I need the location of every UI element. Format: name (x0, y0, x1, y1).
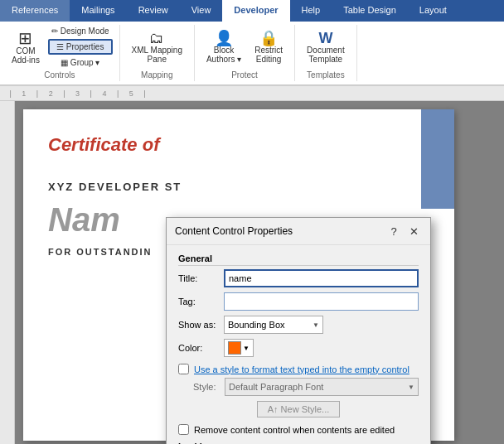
document-template-button[interactable]: W Document Template (302, 28, 350, 66)
templates-items: W Document Template (302, 25, 350, 69)
xml-mapping-label: XML Mapping (132, 46, 182, 55)
show-as-label: Show as: (178, 320, 224, 330)
ribbon-group-templates: W Document Template Templates (295, 25, 357, 81)
group-label: ▦ Group ▾ (61, 58, 99, 67)
templates-group-label: Templates (307, 70, 345, 81)
use-style-label[interactable]: Use a style to format text typed into th… (194, 364, 410, 374)
dialog-controls: ? ✕ (385, 223, 422, 239)
remove-row: Remove content control when contents are… (178, 424, 419, 435)
doc-template-icon: W (318, 31, 332, 46)
com-addins-button[interactable]: ⊞ COM Add-ins (7, 27, 45, 67)
restrict-editing-icon: 🔒 (259, 31, 278, 46)
doc-template-label: Document (307, 46, 345, 55)
mapping-group-label: Mapping (141, 70, 172, 81)
dialog-body: General Title: Tag: Show as: Bounding Bo… (167, 245, 430, 444)
color-row: Color: ▼ (178, 339, 419, 357)
title-row: Title: (178, 269, 419, 287)
content-control-properties-dialog: Content Control Properties ? ✕ General T… (166, 217, 431, 444)
xml-icon: 🗂 (149, 31, 164, 46)
dialog-titlebar: Content Control Properties ? ✕ (167, 218, 430, 245)
ribbon: References Mailings Review View Develope… (0, 0, 504, 86)
remove-checkbox[interactable] (178, 424, 189, 435)
new-style-button: A↑ New Style... (257, 401, 341, 417)
style-row: Style: Default Paragraph Font ▼ (178, 378, 419, 396)
tag-label: Tag: (178, 297, 224, 306)
design-mode-label: ✏ Design Mode (51, 27, 109, 36)
xml-mapping-label2: Pane (148, 55, 167, 64)
block-authors-label2: Authors ▾ (206, 55, 241, 64)
general-section-label: General (178, 253, 419, 266)
vertical-ruler (0, 101, 15, 444)
group-button[interactable]: ▦ Group ▾ (48, 56, 113, 69)
tab-developer[interactable]: Developer (222, 0, 289, 22)
mapping-items: 🗂 XML Mapping Pane (127, 25, 187, 69)
use-style-row: Use a style to format text typed into th… (178, 364, 419, 374)
tab-review[interactable]: Review (127, 0, 180, 22)
ribbon-content: ⊞ COM Add-ins ✏ Design Mode ☰ Properties… (0, 22, 504, 85)
color-picker-button[interactable]: ▼ (224, 339, 254, 357)
color-swatch (228, 341, 241, 355)
dialog-close-button[interactable]: ✕ (405, 223, 422, 239)
company-name: XYZ DEVELOPER ST (48, 181, 429, 193)
title-label: Title: (178, 273, 224, 283)
protect-items: 👤 Block Authors ▾ 🔒 Restrict Editing (201, 25, 288, 69)
tab-table-design[interactable]: Table Design (332, 0, 408, 22)
tab-help[interactable]: Help (290, 0, 332, 22)
block-authors-label: Block (214, 46, 234, 55)
properties-button[interactable]: ☰ Properties (48, 39, 113, 55)
ribbon-group-controls: ⊞ COM Add-ins ✏ Design Mode ☰ Properties… (0, 25, 120, 81)
controls-group-label: Controls (44, 70, 75, 81)
xml-mapping-button[interactable]: 🗂 XML Mapping Pane (127, 28, 187, 66)
use-style-checkbox[interactable] (178, 364, 189, 374)
block-authors-icon: 👤 (215, 31, 233, 46)
new-style-row: A↑ New Style... (178, 401, 419, 417)
protect-group-label: Protect (231, 70, 258, 81)
com-addins-label2: Add-ins (12, 56, 40, 65)
style-dropdown: Default Paragraph Font ▼ (225, 378, 419, 396)
style-arrow-icon: ▼ (408, 384, 414, 391)
color-dropdown-arrow-icon: ▼ (243, 345, 250, 352)
tab-view[interactable]: View (180, 0, 223, 22)
restrict-editing-label: Restrict (254, 46, 283, 55)
cert-title: Certificate of (48, 134, 429, 156)
com-addins-label: COM (16, 46, 35, 56)
restrict-editing-label2: Editing (256, 55, 282, 64)
block-authors-button[interactable]: 👤 Block Authors ▾ (201, 28, 246, 66)
ruler: | 1 | 2 | 3 | 4 | 5 | (0, 86, 504, 101)
tab-references[interactable]: References (0, 0, 70, 22)
properties-label: ☰ Properties (56, 42, 104, 51)
design-mode-button[interactable]: ✏ Design Mode (48, 25, 113, 37)
color-label: Color: (178, 343, 224, 353)
tab-mailings[interactable]: Mailings (70, 0, 126, 22)
style-label: Style: (193, 382, 225, 392)
tag-row: Tag: (178, 292, 419, 311)
blue-corner-decoration (421, 109, 454, 209)
com-icon: ⊞ (18, 30, 32, 46)
dialog-title: Content Control Properties (175, 225, 293, 237)
remove-label: Remove content control when contents are… (194, 425, 395, 435)
show-as-dropdown[interactable]: Bounding Box ▼ (224, 316, 323, 334)
ribbon-group-protect: 👤 Block Authors ▾ 🔒 Restrict Editing Pro… (195, 25, 295, 81)
tab-layout[interactable]: Layout (408, 0, 458, 22)
dialog-help-button[interactable]: ? (385, 223, 402, 239)
show-as-row: Show as: Bounding Box ▼ (178, 316, 419, 334)
show-as-value: Bounding Box (228, 320, 285, 330)
title-input[interactable] (224, 269, 419, 287)
tag-input[interactable] (224, 292, 419, 311)
ribbon-tabs: References Mailings Review View Develope… (0, 0, 504, 22)
doc-template-label2: Template (309, 55, 343, 64)
show-as-arrow-icon: ▼ (313, 321, 319, 329)
document-area: Certificate of XYZ DEVELOPER ST Nam FOR … (0, 101, 504, 444)
ribbon-group-mapping: 🗂 XML Mapping Pane Mapping (120, 25, 195, 81)
style-value: Default Paragraph Font (229, 382, 323, 392)
controls-items: ⊞ COM Add-ins ✏ Design Mode ☰ Properties… (7, 25, 113, 69)
restrict-editing-button[interactable]: 🔒 Restrict Editing (250, 28, 288, 66)
